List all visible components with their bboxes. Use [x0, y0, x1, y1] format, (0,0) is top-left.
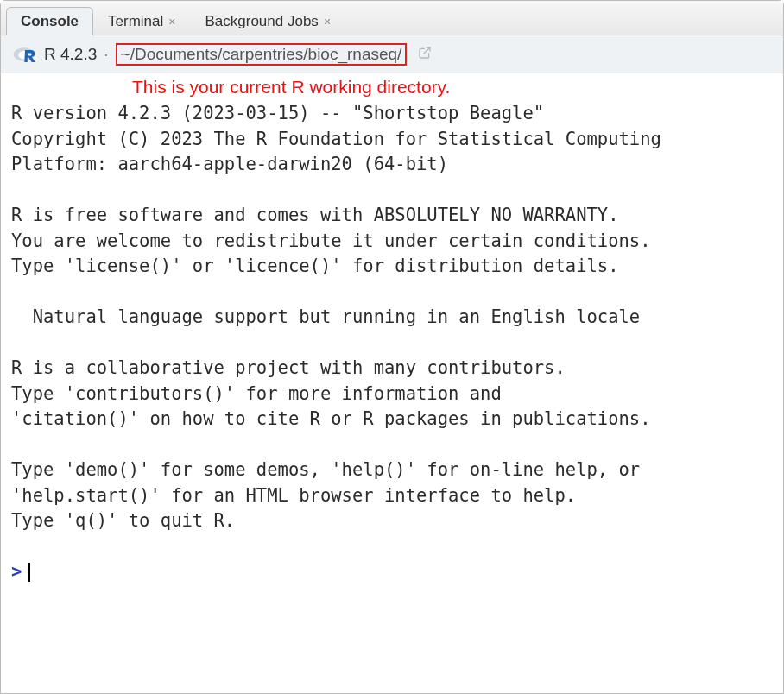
startup-text: R version 4.2.3 (2023-03-15) -- "Shortst…: [11, 103, 661, 531]
close-icon[interactable]: ×: [324, 15, 331, 28]
console-output[interactable]: R version 4.2.3 (2023-03-15) -- "Shortst…: [1, 99, 783, 693]
tab-terminal[interactable]: Terminal ×: [93, 7, 190, 35]
tab-console[interactable]: Console: [6, 7, 93, 35]
r-logo-icon: [13, 45, 37, 64]
prompt-symbol: >: [11, 559, 22, 585]
annotation-text: This is your current R working directory…: [1, 73, 783, 99]
working-directory-highlight: ~/Documents/carpentries/bioc_rnaseq/: [116, 43, 408, 66]
separator: ·: [104, 45, 108, 64]
tab-jobs-label: Background Jobs: [205, 13, 319, 30]
tab-terminal-label: Terminal: [108, 13, 163, 30]
close-icon[interactable]: ×: [168, 15, 175, 28]
prompt-line[interactable]: >: [11, 559, 773, 585]
tab-background-jobs[interactable]: Background Jobs ×: [191, 7, 346, 35]
working-directory-path[interactable]: ~/Documents/carpentries/bioc_rnaseq/: [121, 45, 402, 63]
console-toolbar: R 4.2.3 · ~/Documents/carpentries/bioc_r…: [1, 35, 783, 73]
r-version-label: R 4.2.3: [44, 45, 97, 64]
tab-bar: Console Terminal × Background Jobs ×: [1, 1, 783, 35]
open-folder-icon[interactable]: [417, 45, 433, 64]
tab-console-label: Console: [21, 13, 79, 30]
text-cursor: [28, 563, 30, 582]
console-pane: Console Terminal × Background Jobs × R 4…: [0, 0, 784, 694]
